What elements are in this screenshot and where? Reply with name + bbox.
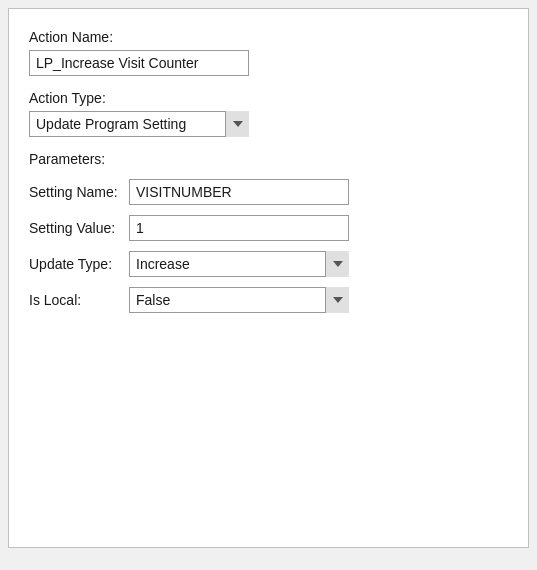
parameters-label: Parameters: <box>29 151 508 167</box>
update-type-select[interactable]: Increase Decrease Set <box>129 251 349 277</box>
action-type-select[interactable]: Update Program Setting <box>29 111 249 137</box>
action-type-select-wrapper: Update Program Setting <box>29 111 249 137</box>
action-name-input[interactable] <box>29 50 249 76</box>
action-name-group: Action Name: <box>29 29 508 76</box>
setting-name-label: Setting Name: <box>29 184 129 200</box>
setting-name-input[interactable] <box>129 179 349 205</box>
action-type-label: Action Type: <box>29 90 508 106</box>
is-local-label: Is Local: <box>29 292 129 308</box>
is-local-select[interactable]: False True <box>129 287 349 313</box>
form-container: Action Name: Action Type: Update Program… <box>8 8 529 548</box>
action-type-group: Action Type: Update Program Setting <box>29 90 508 137</box>
update-type-select-wrapper: Increase Decrease Set <box>129 251 349 277</box>
parameters-group: Parameters: Setting Name: Setting Value:… <box>29 151 508 313</box>
update-type-label: Update Type: <box>29 256 129 272</box>
action-name-label: Action Name: <box>29 29 508 45</box>
setting-value-label: Setting Value: <box>29 220 129 236</box>
is-local-select-wrapper: False True <box>129 287 349 313</box>
setting-value-input[interactable] <box>129 215 349 241</box>
parameters-grid: Setting Name: Setting Value: Update Type… <box>29 179 508 313</box>
